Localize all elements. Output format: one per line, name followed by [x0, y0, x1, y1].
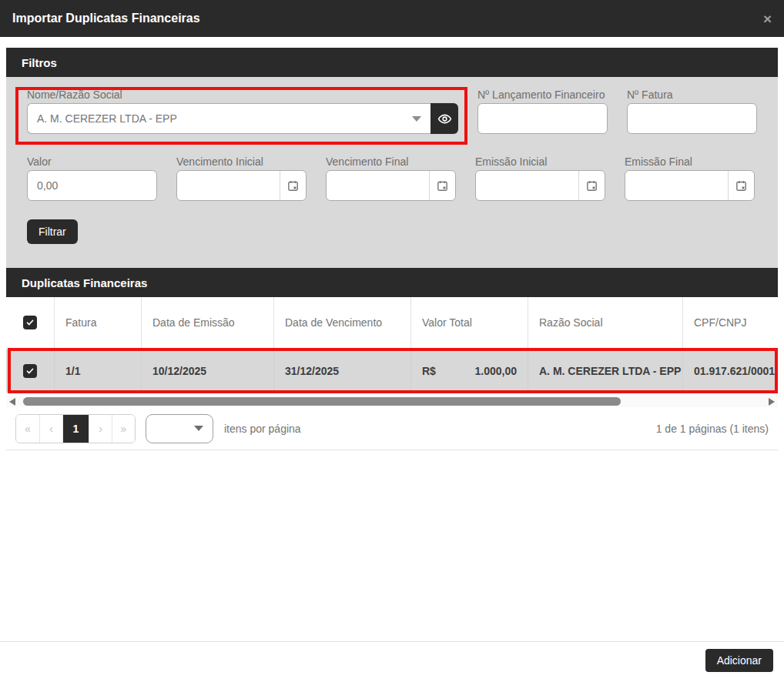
scrollbar-track[interactable] — [18, 397, 766, 406]
valor-input[interactable] — [27, 170, 157, 201]
filters-section-bar: Filtros — [6, 48, 778, 77]
emissao-final-group: Emissão Final — [625, 155, 755, 201]
column-header-razao-social[interactable]: Razão Social — [528, 297, 682, 348]
nome-razao-social-value: A. M. CEREZER LTDA - EPP — [37, 112, 412, 125]
footer-divider — [0, 641, 784, 642]
filters-section-title: Filtros — [22, 56, 57, 69]
calendar-icon — [735, 179, 748, 192]
nome-razao-social-combobox[interactable]: A. M. CEREZER LTDA - EPP — [27, 103, 458, 134]
header-checkbox-cell — [6, 297, 54, 348]
num-lancamento-input[interactable] — [477, 103, 608, 134]
close-icon[interactable]: × — [763, 12, 772, 26]
chevron-down-icon — [194, 426, 203, 431]
calendar-icon — [436, 179, 449, 192]
scroll-left-button[interactable] — [6, 398, 18, 406]
check-icon — [25, 318, 35, 327]
column-header-cpf-cnpj[interactable]: CPF/CNPJ — [682, 297, 778, 348]
pagination-buttons: « ‹ 1 › » — [15, 414, 136, 443]
adicionar-button[interactable]: Adicionar — [705, 649, 773, 672]
emissao-inicial-datepicker — [475, 170, 605, 201]
last-page-button[interactable]: » — [112, 415, 135, 443]
filtrar-button[interactable]: Filtrar — [27, 219, 78, 244]
valor-group: Valor — [27, 155, 157, 201]
modal-content: Filtros Nome/Razão Social A. M. CEREZER … — [6, 48, 778, 450]
vencimento-final-datepicker — [326, 170, 456, 201]
calendar-icon — [585, 179, 598, 192]
emissao-final-label: Emissão Final — [625, 155, 755, 170]
scroll-left-icon — [9, 398, 15, 406]
vencimento-inicial-group: Vencimento Inicial — [176, 155, 307, 201]
cell-data-emissao: 10/12/2025 — [141, 349, 273, 393]
eye-icon — [437, 112, 452, 126]
modal-header: Importar Duplicatas Financeiras × — [0, 0, 784, 37]
items-per-page-label: itens por página — [224, 423, 301, 435]
cell-razao-social: A. M. CEREZER LTDA - EPP — [528, 349, 682, 393]
check-icon — [25, 366, 35, 376]
filters-row-2: Valor Vencimento Inicial — [27, 155, 757, 201]
column-header-fatura[interactable]: Fatura — [54, 297, 141, 348]
emissao-final-calendar-button[interactable] — [728, 171, 754, 200]
column-header-valor-total[interactable]: Valor Total — [410, 297, 528, 348]
emissao-final-datepicker — [625, 170, 755, 201]
calendar-icon — [286, 179, 300, 192]
first-page-button[interactable]: « — [16, 415, 39, 443]
num-lancamento-label: Nº Lançamento Financeiro — [477, 88, 608, 103]
nome-razao-social-group: Nome/Razão Social A. M. CEREZER LTDA - E… — [27, 88, 458, 134]
chevron-down-icon[interactable] — [412, 116, 421, 122]
horizontal-scrollbar — [6, 396, 778, 407]
filters-body: Nome/Razão Social A. M. CEREZER LTDA - E… — [6, 77, 778, 268]
emissao-final-input[interactable] — [625, 171, 728, 200]
nome-razao-social-value-box[interactable]: A. M. CEREZER LTDA - EPP — [27, 103, 431, 134]
pagination-bar: « ‹ 1 › » itens por página 1 de 1 página… — [6, 407, 778, 450]
vencimento-inicial-calendar-button[interactable] — [280, 171, 306, 200]
cell-valor-total: R$ 1.000,00 — [410, 349, 528, 393]
table-row[interactable]: 1/1 10/12/2025 31/12/2025 R$ 1.000,00 A.… — [6, 349, 778, 393]
vencimento-final-input[interactable] — [327, 171, 429, 200]
vencimento-inicial-label: Vencimento Inicial — [176, 155, 307, 170]
column-header-data-vencimento[interactable]: Data de Vencimento — [273, 297, 410, 348]
cell-cpf-cnpj: 01.917.621/0001 — [682, 349, 778, 393]
duplicatas-table: Fatura Data de Emissão Data de Venciment… — [6, 297, 778, 450]
emissao-inicial-group: Emissão Inicial — [475, 155, 605, 201]
nome-razao-social-label: Nome/Razão Social — [27, 88, 458, 103]
items-per-page-select[interactable] — [146, 414, 213, 443]
cell-fatura: 1/1 — [54, 349, 141, 393]
valor-label: Valor — [27, 155, 157, 170]
emissao-inicial-calendar-button[interactable] — [578, 171, 605, 200]
scrollbar-thumb[interactable] — [23, 397, 621, 406]
num-lancamento-group: Nº Lançamento Financeiro — [477, 88, 608, 134]
pagination-summary: 1 de 1 páginas (1 itens) — [656, 423, 769, 435]
filters-row-1: Nome/Razão Social A. M. CEREZER LTDA - E… — [27, 88, 757, 134]
column-header-data-emissao[interactable]: Data de Emissão — [141, 297, 273, 348]
view-client-button[interactable] — [431, 103, 458, 134]
currency-symbol: R$ — [422, 365, 436, 377]
scroll-right-button[interactable] — [766, 398, 778, 406]
valor-total-amount: 1.000,00 — [475, 365, 518, 377]
cell-data-vencimento: 31/12/2025 — [273, 349, 410, 393]
num-fatura-label: Nº Fatura — [627, 88, 757, 103]
vencimento-final-group: Vencimento Final — [326, 155, 456, 201]
select-all-checkbox[interactable] — [23, 316, 37, 329]
emissao-inicial-input[interactable] — [476, 171, 578, 200]
modal-title: Importar Duplicatas Financeiras — [12, 12, 200, 25]
row-checkbox[interactable] — [23, 364, 37, 378]
vencimento-inicial-datepicker — [176, 170, 307, 201]
vencimento-final-calendar-button[interactable] — [429, 171, 455, 200]
duplicatas-section-title: Duplicatas Financeiras — [22, 276, 147, 289]
vencimento-final-label: Vencimento Final — [326, 155, 456, 170]
row-checkbox-cell — [6, 349, 54, 393]
duplicatas-section-bar: Duplicatas Financeiras — [6, 268, 778, 297]
emissao-inicial-label: Emissão Inicial — [475, 155, 605, 170]
current-page-button[interactable]: 1 — [62, 415, 89, 443]
scroll-right-icon — [769, 398, 775, 406]
import-duplicatas-dialog: Importar Duplicatas Financeiras × Filtro… — [0, 0, 784, 682]
next-page-button[interactable]: › — [89, 415, 112, 443]
table-header-row: Fatura Data de Emissão Data de Venciment… — [6, 297, 778, 349]
num-fatura-group: Nº Fatura — [627, 88, 757, 134]
vencimento-inicial-input[interactable] — [177, 171, 280, 200]
previous-page-button[interactable]: ‹ — [39, 415, 62, 443]
num-fatura-input[interactable] — [627, 103, 757, 134]
